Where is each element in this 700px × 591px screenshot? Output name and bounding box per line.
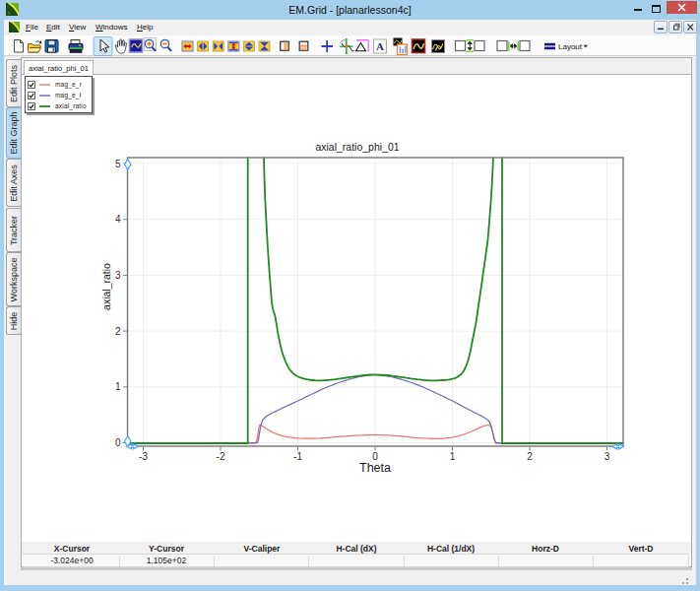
svg-text:A: A (376, 40, 384, 52)
svg-text:Layout: Layout (558, 42, 583, 51)
